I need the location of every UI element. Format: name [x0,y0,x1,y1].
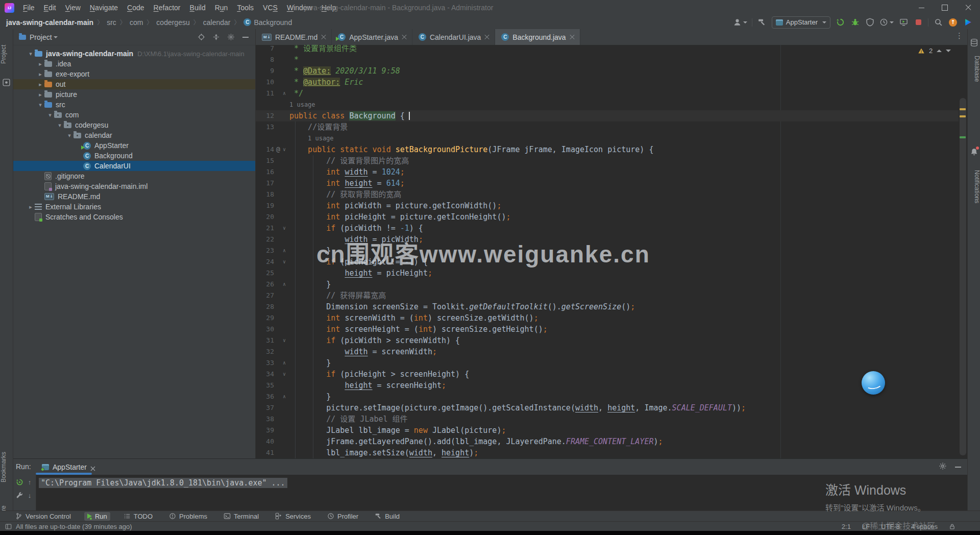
tree-item-calendar[interactable]: ▾calendar [13,130,256,140]
menu-tools[interactable]: Tools [232,0,258,15]
fold-open-icon[interactable]: ∨ [281,144,287,155]
usage-hint[interactable]: 1 usage [308,133,334,144]
tree-chevron-closed-icon[interactable]: ▸ [36,81,44,88]
minimize-button[interactable] [910,0,933,15]
close-run-tab-icon[interactable] [90,465,95,470]
fold-close-icon[interactable]: ∧ [281,88,287,99]
locate-file-button[interactable] [197,33,206,42]
menu-run[interactable]: Run [210,0,233,15]
tree-item-README.md[interactable]: README.md [13,191,256,202]
tree-chevron-open-icon[interactable]: ▾ [65,132,74,139]
scroll-up-icon[interactable]: ↑ [26,478,34,486]
tool-stripe-bookmarks[interactable]: Bookmarks [0,447,13,488]
readonly-lock-icon[interactable] [949,523,955,530]
layout-icon[interactable] [5,523,12,530]
profiler-button[interactable] [879,17,894,28]
tab-options-kebab-icon[interactable]: ⋮ [955,31,963,40]
tree-item-CalendarUI[interactable]: CalendarUI [13,161,256,171]
close-tab-icon[interactable] [570,35,575,40]
database-icon[interactable] [970,38,978,47]
floating-assistant-ball[interactable] [862,371,885,395]
tab-CalendarUI.java[interactable]: CalendarUI.java [412,29,495,45]
tree-item-.gitignore[interactable]: .gitignore [13,171,256,181]
breadcrumb-item-Background[interactable]: Background [243,18,292,27]
close-tab-icon[interactable] [484,35,489,40]
tool-window-button-version-control[interactable]: Version Control [12,512,74,521]
breadcrumb-item-calendar[interactable]: calendar [203,18,231,27]
build-project-button[interactable] [757,17,767,28]
run-configuration-select[interactable]: AppStarter [772,16,830,29]
fold-open-icon[interactable]: ∨ [281,369,287,380]
prev-problem-icon[interactable] [937,50,942,52]
close-button[interactable] [957,0,980,15]
maximize-button[interactable] [933,0,957,15]
console-settings-wrench-icon[interactable] [15,491,23,499]
tree-item-com[interactable]: ▾com [13,110,256,120]
run-with-coverage-button[interactable] [865,17,875,28]
fold-close-icon[interactable]: ∧ [281,391,287,402]
fold-close-icon[interactable]: ∧ [281,245,287,256]
stop-button[interactable] [913,17,923,28]
fold-close-icon[interactable]: ∧ [281,279,287,290]
run-targets-button[interactable] [898,17,909,28]
tree-item-ScratchesandConsoles[interactable]: Scratches and Consoles [13,212,256,222]
breadcrumb-item-src[interactable]: src [107,18,116,27]
ide-features-trainer-button[interactable] [963,17,973,28]
tab-AppStarter.java[interactable]: AppStarter.java [332,29,412,45]
run-console[interactable]: ↑ ↓ "C:\Program Files\Java\jdk1.8.0_181\… [13,475,967,511]
tool-window-button-services[interactable]: Services [272,512,314,521]
tool-window-button-run[interactable]: Run [84,512,110,521]
ide-update-button[interactable]: ↑ [948,17,958,28]
fold-close-icon[interactable]: ∧ [281,357,287,369]
menu-edit[interactable]: Edit [39,0,61,15]
tree-item-ExternalLibraries[interactable]: ▸External Libraries [13,202,256,212]
menu-code[interactable]: Code [122,0,149,15]
tool-stripe-project[interactable]: Project [0,36,13,72]
annotation-gutter-mark[interactable]: @ [276,144,280,155]
search-everywhere-button[interactable] [933,17,943,28]
project-view-dropdown-icon[interactable] [54,36,58,38]
tool-window-button-problems[interactable]: Problems [166,512,210,521]
tree-chevron-open-icon[interactable]: ▾ [56,122,64,129]
tree-item-codergesu[interactable]: ▾codergesu [13,120,256,130]
inspections-widget[interactable]: 2 [918,47,951,55]
project-settings-button[interactable] [226,33,235,42]
editor-scrollbar[interactable] [959,45,967,458]
tab-Background.java[interactable]: Background.java [495,29,580,45]
tab-README.md[interactable]: README.md [256,29,332,45]
menu-navigate[interactable]: Navigate [85,0,122,15]
breadcrumb-item-java-swing-calendar-main[interactable]: java-swing-calendar-main [6,18,93,27]
tree-chevron-closed-icon[interactable]: ▸ [36,91,44,98]
fold-open-icon[interactable]: ∨ [281,256,287,268]
next-problem-icon[interactable] [946,50,951,52]
hide-panel-button[interactable] [241,33,250,42]
rerun-button[interactable] [15,478,23,486]
run-panel-settings-icon[interactable] [939,462,947,472]
tree-chevron-closed-icon[interactable]: ▸ [36,61,44,67]
close-tab-icon[interactable] [402,35,407,40]
warning-stripe-mark[interactable] [960,115,966,117]
tree-item-java-swing-calendar-main[interactable]: ▾java-swing-calendar-mainD:\XM\6.1\java-… [13,48,256,59]
tool-window-button-build[interactable]: Build [372,512,403,521]
tree-item-picture[interactable]: ▸picture [13,89,256,100]
tree-item-Background[interactable]: Background [13,151,256,161]
run-button[interactable] [835,17,845,28]
menu-file[interactable]: File [18,0,39,15]
tree-item-out[interactable]: ▸out [13,79,256,89]
project-view-title[interactable]: Project [30,33,52,41]
usage-hint[interactable]: 1 usage [289,99,315,110]
tree-chevron-open-icon[interactable]: ▾ [46,112,54,118]
tool-window-button-terminal[interactable]: Terminal [220,512,262,521]
tool-stripe-database[interactable]: Database [968,50,980,88]
tool-window-button-todo[interactable]: TODO [120,512,156,521]
scrollbar-thumb[interactable] [960,98,966,455]
fold-open-icon[interactable]: ∨ [281,335,287,346]
tree-item-.idea[interactable]: ▸.idea [13,59,256,69]
user-profile-icon[interactable] [733,17,747,28]
tree-chevron-open-icon[interactable]: ▾ [36,102,44,108]
tree-chevron-open-icon[interactable]: ▾ [27,51,35,57]
collapse-all-button[interactable] [211,33,220,42]
tree-chevron-closed-icon[interactable]: ▸ [27,204,35,210]
notifications-bell-icon[interactable] [970,148,978,156]
debug-button[interactable] [850,17,860,28]
